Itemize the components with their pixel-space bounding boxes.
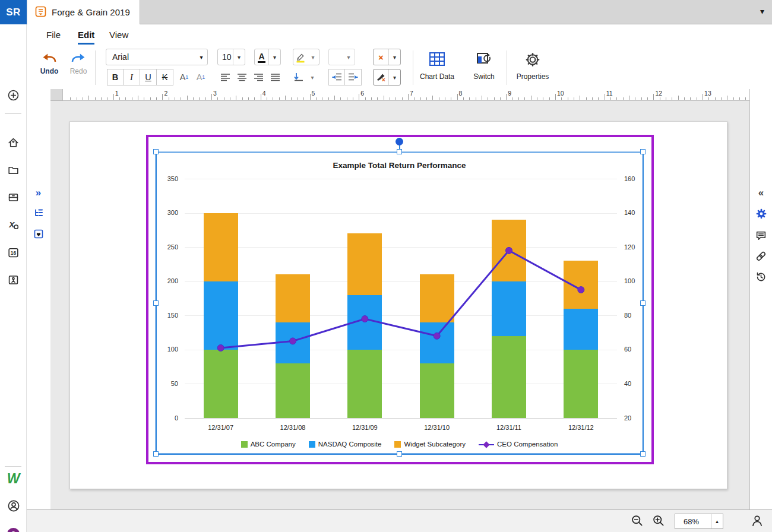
history-icon[interactable] bbox=[748, 267, 772, 287]
ruler-inch-tick bbox=[113, 94, 114, 100]
chart-data-label: Chart Data bbox=[412, 72, 463, 81]
menu-file[interactable]: File bbox=[46, 30, 61, 43]
align-left-button[interactable] bbox=[217, 69, 233, 86]
left-axis-tick-label: 150 bbox=[158, 312, 178, 319]
superscript-button[interactable]: A1 bbox=[176, 69, 192, 86]
format-painter-x-icon: × bbox=[374, 72, 388, 83]
document-page[interactable]: Example Total Return Performance05010015… bbox=[69, 121, 727, 489]
x-axis-category-label: 12/31/10 bbox=[413, 424, 461, 431]
workiva-logo-icon[interactable]: W bbox=[0, 468, 27, 489]
align-right-button[interactable] bbox=[250, 69, 267, 86]
align-center-button[interactable] bbox=[233, 69, 250, 86]
ruler-minor-tick bbox=[666, 97, 666, 100]
zoom-spinner-caret-icon[interactable]: ▴ bbox=[711, 514, 723, 528]
highlight-color-button[interactable]: ▾ bbox=[293, 49, 319, 65]
ruler-minor-tick bbox=[402, 97, 403, 100]
presence-user-icon[interactable] bbox=[751, 514, 764, 530]
ruler-minor-tick bbox=[469, 97, 470, 100]
ruler-number: 11 bbox=[606, 90, 613, 97]
formula-icon[interactable]: X bbox=[0, 214, 27, 235]
tab-strip: SR Forge & Grain 2019 ▾ bbox=[0, 0, 772, 24]
outline-panel-icon[interactable] bbox=[25, 203, 52, 223]
align-justify-button[interactable] bbox=[267, 69, 283, 86]
calendar-icon[interactable]: 16 bbox=[0, 242, 27, 262]
storage-drawer-icon[interactable] bbox=[0, 187, 27, 207]
right-axis-tick-label: 120 bbox=[624, 243, 644, 251]
caret-down-icon: ▾ bbox=[388, 49, 400, 65]
line-series bbox=[185, 179, 617, 418]
clear-styles-button[interactable]: × ▾ bbox=[373, 69, 401, 86]
ruler-minor-tick bbox=[727, 96, 727, 100]
styles-panel-icon[interactable] bbox=[25, 224, 52, 244]
caret-down-icon: ▾ bbox=[307, 49, 319, 65]
tab-overflow-caret-icon[interactable]: ▾ bbox=[760, 7, 764, 16]
ruler-minor-tick bbox=[181, 97, 181, 100]
decrease-indent-button[interactable] bbox=[328, 69, 345, 86]
redo-button[interactable]: Redo bbox=[64, 50, 93, 84]
style-preview-button[interactable]: ▾ bbox=[328, 49, 355, 65]
comment-icon[interactable] bbox=[748, 225, 772, 245]
settings-gear-icon[interactable] bbox=[748, 204, 772, 224]
menu-view[interactable]: View bbox=[109, 30, 128, 43]
italic-button[interactable]: I bbox=[124, 69, 140, 86]
ruler-minor-tick bbox=[334, 96, 335, 100]
help-icon[interactable]: ? bbox=[0, 524, 27, 532]
ruler-minor-tick bbox=[739, 97, 740, 100]
expand-panel-icon[interactable]: » bbox=[25, 183, 52, 203]
ruler-minor-tick bbox=[175, 97, 175, 100]
clear-formatting-button[interactable]: × ▾ bbox=[373, 49, 401, 65]
font-color-button[interactable]: A ▾ bbox=[254, 49, 281, 65]
svg-text:×: × bbox=[382, 77, 385, 83]
ruler-minor-tick bbox=[254, 97, 255, 100]
switch-button[interactable]: Switch bbox=[466, 52, 502, 81]
ruler-minor-tick bbox=[267, 97, 267, 100]
properties-button[interactable]: Properties bbox=[509, 52, 556, 81]
undo-button[interactable]: Undo bbox=[34, 50, 64, 84]
line-spacing-button[interactable]: ▾ bbox=[291, 69, 318, 86]
redo-icon bbox=[69, 50, 87, 64]
legend-swatch bbox=[309, 441, 315, 448]
left-axis-tick-label: 350 bbox=[158, 175, 178, 182]
ruler-number: 10 bbox=[557, 90, 564, 97]
ruler-minor-tick bbox=[298, 97, 298, 100]
rotation-handle[interactable] bbox=[396, 138, 403, 145]
ruler-minor-tick bbox=[574, 97, 574, 100]
add-icon[interactable] bbox=[0, 85, 27, 105]
ruler-minor-tick bbox=[531, 96, 531, 100]
font-family-select[interactable]: Arial ▾ bbox=[106, 49, 208, 65]
chart-data-button[interactable]: Chart Data bbox=[412, 52, 463, 81]
ruler-minor-tick bbox=[463, 97, 464, 100]
folder-icon[interactable] bbox=[0, 160, 27, 180]
strikethrough-button[interactable]: K bbox=[157, 69, 173, 86]
app-logo-sr[interactable]: SR bbox=[0, 0, 27, 24]
document-tab[interactable]: Forge & Grain 2019 bbox=[27, 0, 140, 24]
underline-button[interactable]: U bbox=[140, 69, 157, 86]
ruler-minor-tick bbox=[445, 97, 445, 100]
milestone-icon[interactable] bbox=[0, 270, 27, 290]
ruler-number: 8 bbox=[459, 90, 463, 97]
bold-button[interactable]: B bbox=[107, 69, 124, 86]
ruler-minor-tick bbox=[205, 97, 206, 100]
zoom-in-icon[interactable] bbox=[652, 514, 665, 530]
legend-swatch bbox=[241, 441, 248, 448]
ruler-number: 12 bbox=[655, 90, 662, 97]
collapse-panel-icon[interactable]: « bbox=[748, 183, 772, 203]
selected-chart[interactable]: Example Total Return Performance05010015… bbox=[155, 151, 644, 455]
home-icon[interactable] bbox=[0, 132, 27, 153]
subscript-button[interactable]: A1 bbox=[192, 69, 209, 86]
ruler-inch-tick bbox=[310, 94, 311, 100]
ruler-minor-tick bbox=[690, 97, 691, 100]
caret-down-icon: ▾ bbox=[268, 49, 280, 65]
zoom-level-input[interactable]: 68% ▴ bbox=[675, 514, 723, 529]
font-size-select[interactable]: 10 ▾ bbox=[217, 49, 245, 65]
account-icon[interactable] bbox=[0, 496, 27, 516]
alignment-group bbox=[217, 69, 283, 86]
document-canvas[interactable]: Example Total Return Performance05010015… bbox=[50, 101, 749, 509]
increase-indent-button[interactable] bbox=[345, 69, 362, 86]
link-icon[interactable] bbox=[748, 246, 772, 266]
ruler[interactable]: 12345678910111213 bbox=[50, 89, 749, 101]
ruler-minor-tick bbox=[390, 97, 390, 100]
menu-edit[interactable]: Edit bbox=[78, 30, 94, 45]
zoom-out-icon[interactable] bbox=[631, 514, 644, 530]
ruler-minor-tick bbox=[285, 96, 286, 100]
